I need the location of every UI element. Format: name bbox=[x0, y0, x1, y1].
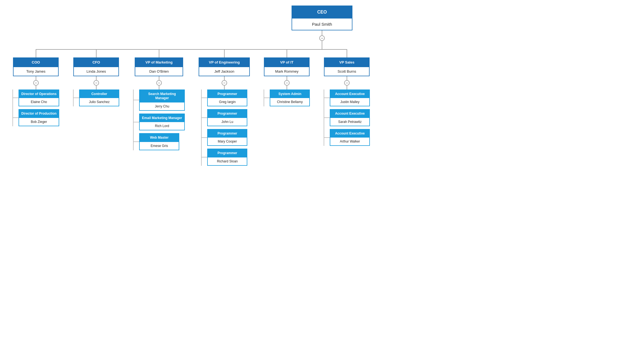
vpe-child-4-card: Programmer Richard Sloan bbox=[207, 149, 247, 166]
cfo-child-1-hline bbox=[74, 98, 79, 98]
vpe-node-with-children: VP of Engineering Jeff Jackson − Program… bbox=[199, 57, 250, 166]
l2-col-cfo: CFO Linda Jones − Controller Julio Sanch… bbox=[66, 49, 126, 106]
coo-child-2-name: Bob Zieger bbox=[19, 118, 59, 126]
vpit-child-1-name: Christine Bellamy bbox=[270, 98, 309, 106]
vpe-child-3-name: Mary Cooper bbox=[208, 138, 247, 145]
coo-collapse-btn[interactable]: − bbox=[33, 80, 39, 86]
coo-title: COO bbox=[14, 58, 58, 67]
vpe-child-2-name: John Lu bbox=[208, 118, 247, 126]
l2-col-vpit: VP of IT Mark Rommey − System Admin Chri… bbox=[257, 49, 317, 106]
vpe-collapse-btn[interactable]: − bbox=[222, 80, 227, 86]
coo-vline bbox=[36, 76, 36, 80]
cfo-child-1-title: Controller bbox=[80, 90, 119, 98]
l2-columns: COO Tony James − Director of Operations … bbox=[6, 49, 638, 166]
vps-child-2-name: Sarah Petrawitz bbox=[330, 118, 369, 126]
vps-child-2-hline bbox=[324, 117, 330, 118]
vpe-subtree: Programmer Greg Iargin Programmer John L… bbox=[201, 89, 247, 166]
vpe-child-3-title: Programmer bbox=[208, 130, 247, 138]
cfo-top-vline bbox=[96, 49, 97, 57]
coo-top-vline bbox=[36, 49, 36, 57]
coo-node-with-children: COO Tony James − Director of Operations … bbox=[12, 57, 59, 126]
l2-col-coo: COO Tony James − Director of Operations … bbox=[6, 49, 66, 126]
vpm-child-3-card: Web Master Emese Gris bbox=[139, 133, 179, 150]
ceo-card: CEO Paul Smith bbox=[292, 6, 352, 30]
vpit-collapse-btn[interactable]: − bbox=[284, 80, 290, 86]
vpe-child-1-name: Greg Iargin bbox=[208, 98, 247, 106]
vpm-child-2-card: Email Marketing Manager Rich Lord bbox=[139, 114, 185, 131]
vpm-node-with-children: VP of Marketing Dan O'Brien − Search Mar… bbox=[133, 57, 185, 150]
vpm-subtree: Search Marketing Manager Jerry Chu Email… bbox=[133, 89, 185, 150]
l2-col-vpm: VP of Marketing Dan O'Brien − Search Mar… bbox=[126, 49, 192, 150]
cfo-child-1-card: Controller Julio Sanchez bbox=[79, 89, 119, 107]
vpe-child-3-row: Programmer Mary Cooper bbox=[202, 129, 247, 146]
coo-card: COO Tony James bbox=[13, 57, 59, 76]
coo-child-1-card: Director of Operations Elaine Cho bbox=[19, 89, 59, 107]
cfo-title: CFO bbox=[74, 58, 118, 67]
vpe-title: VP of Engineering bbox=[199, 58, 249, 67]
ceo-title: CEO bbox=[292, 6, 352, 19]
coo-vline2 bbox=[36, 86, 36, 89]
vpm-child-1-hline bbox=[134, 100, 139, 100]
cfo-card: CFO Linda Jones bbox=[73, 57, 119, 76]
vps-name: Scott Burns bbox=[324, 67, 369, 76]
cfo-name: Linda Jones bbox=[74, 67, 118, 76]
vpm-vline2 bbox=[159, 86, 159, 89]
coo-name: Tony James bbox=[14, 67, 58, 76]
vpm-title: VP of Marketing bbox=[135, 58, 183, 67]
vps-child-3-name: Arthur Walker bbox=[330, 138, 369, 145]
vpm-child-3-name: Emese Gris bbox=[140, 142, 179, 150]
vps-card: VP Sales Scott Burns bbox=[324, 57, 370, 76]
cfo-vline2 bbox=[96, 86, 97, 89]
cfo-subtree: Controller Julio Sanchez bbox=[73, 89, 119, 107]
vpe-child-3-hline bbox=[202, 137, 207, 138]
coo-subtree: Director of Operations Elaine Cho Direct… bbox=[12, 89, 59, 126]
org-chart: CEO Paul Smith − COO Tony James − bbox=[6, 6, 638, 166]
vpm-child-2-title: Email Marketing Manager bbox=[140, 114, 184, 122]
ceo-collapse-btn[interactable]: − bbox=[319, 35, 325, 41]
vpm-child-1-title: Search Marketing Manager bbox=[140, 90, 184, 102]
vpe-name: Jeff Jackson bbox=[199, 67, 249, 76]
ceo-v-line bbox=[322, 30, 322, 35]
vpm-collapse-btn[interactable]: − bbox=[156, 80, 162, 86]
vps-vline2 bbox=[347, 86, 347, 89]
vpm-card: VP of Marketing Dan O'Brien bbox=[135, 57, 183, 76]
vps-collapse-btn[interactable]: − bbox=[344, 80, 350, 86]
vpit-top-vline bbox=[287, 49, 287, 57]
vpit-name: Mark Rommey bbox=[264, 67, 309, 76]
cfo-collapse-btn[interactable]: − bbox=[94, 80, 99, 86]
vpit-child-1-card: System Admin Christine Bellamy bbox=[270, 89, 310, 107]
cfo-child-1-name: Julio Sanchez bbox=[80, 98, 119, 106]
vps-child-3-title: Account Executive bbox=[330, 130, 369, 138]
vpe-child-2-card: Programmer John Lu bbox=[207, 109, 247, 126]
vpit-subtree: System Admin Christine Bellamy bbox=[264, 89, 310, 107]
vps-top-vline bbox=[347, 49, 347, 57]
ceo-v-line2 bbox=[322, 41, 322, 49]
vps-child-1-card: Account Executive Justin Malley bbox=[330, 89, 370, 107]
vps-child-1-name: Justin Malley bbox=[330, 98, 369, 106]
vpe-child-2-row: Programmer John Lu bbox=[202, 109, 247, 126]
vpit-vline2 bbox=[287, 86, 287, 89]
vpe-top-vline bbox=[224, 49, 225, 57]
vps-child-3-card: Account Executive Arthur Walker bbox=[330, 129, 370, 146]
vps-child-3-hline bbox=[324, 137, 330, 138]
coo-child-2-hline bbox=[13, 117, 19, 118]
vpe-child-1-row: Programmer Greg Iargin bbox=[202, 89, 247, 107]
l2-col-vps: VP Sales Scott Burns − Account Executive… bbox=[317, 49, 377, 146]
vps-vline bbox=[347, 76, 347, 80]
vpit-vline bbox=[287, 76, 287, 80]
coo-child-1-hline bbox=[13, 98, 19, 98]
vpit-title: VP of IT bbox=[264, 58, 309, 67]
cfo-node-with-children: CFO Linda Jones − Controller Julio Sanch… bbox=[73, 57, 119, 106]
coo-child-2-row: Director of Production Bob Zieger bbox=[13, 109, 59, 126]
ceo-level: CEO Paul Smith − bbox=[292, 6, 352, 49]
vpe-child-3-card: Programmer Mary Cooper bbox=[207, 129, 247, 146]
vpm-child-3-title: Web Master bbox=[140, 134, 179, 142]
coo-child-2-title: Director of Production bbox=[19, 110, 59, 118]
vpe-child-1-title: Programmer bbox=[208, 90, 247, 98]
cfo-child-1-row: Controller Julio Sanchez bbox=[74, 89, 119, 107]
vps-node-with-children: VP Sales Scott Burns − Account Executive… bbox=[324, 57, 370, 146]
coo-child-1-title: Director of Operations bbox=[19, 90, 59, 98]
vps-child-1-hline bbox=[324, 98, 330, 98]
vpe-child-4-row: Programmer Richard Sloan bbox=[202, 149, 247, 166]
coo-child-1-name: Elaine Cho bbox=[19, 98, 59, 106]
